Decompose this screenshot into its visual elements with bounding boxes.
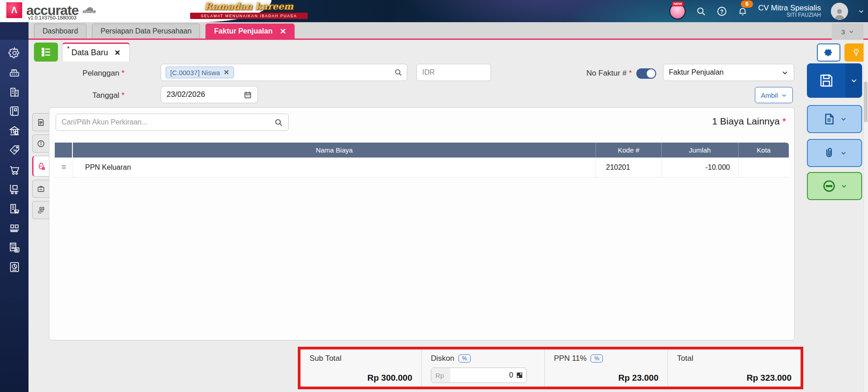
remove-customer-icon[interactable]: ✕ [224, 68, 229, 76]
user-avatar[interactable] [831, 3, 848, 20]
scrollbar-thumb[interactable] [864, 81, 868, 122]
unsaved-marker: * [67, 44, 70, 52]
tab-down-payment[interactable]: -DP- [32, 180, 49, 198]
company-name: CV Mitra Spesialis [758, 4, 821, 13]
col-kode[interactable]: Kode # [596, 143, 661, 158]
ppn-value: Rp 23.000 [554, 373, 658, 383]
help-icon[interactable]: ? [716, 6, 727, 17]
currency-field[interactable]: IDR [416, 64, 491, 81]
ambil-button[interactable]: Ambil [755, 87, 793, 103]
save-options-chevron-icon[interactable] [845, 63, 862, 98]
diskon-currency-prefix: Rp [431, 368, 450, 382]
more-actions-button[interactable] [807, 172, 862, 200]
row-drag-handle-icon[interactable]: ≡ [55, 158, 73, 177]
document-icon [822, 112, 836, 126]
price-tag-rp-icon[interactable]: Rp [4, 143, 25, 158]
diskon-value[interactable]: 0 [450, 371, 516, 379]
ellipsis-circle-icon [822, 179, 836, 193]
account-search-input[interactable]: Cari/Pilih Akun Perkiraan... [56, 114, 289, 131]
tanggal-input[interactable]: 23/02/2026 [161, 86, 258, 103]
calendar-icon[interactable] [243, 91, 252, 99]
diskon-input[interactable]: Rp 0 [431, 368, 527, 383]
reports-icon[interactable] [4, 259, 25, 275]
user-menu-chevron-icon[interactable] [858, 8, 864, 14]
fixed-asset-icon[interactable] [4, 201, 25, 216]
promo-avatar[interactable]: NEW [669, 3, 686, 19]
record-list-button[interactable] [34, 43, 58, 62]
no-faktur-label: No Faktur # * [557, 69, 632, 78]
expense-table: Nama Biaya Kode # Jumlah Kota ≡ PPN Kelu… [55, 143, 789, 177]
tab-invoice-detail[interactable] [32, 113, 49, 131]
document-preview-button[interactable] [807, 105, 862, 133]
notification-count-badge: 6 [741, 0, 753, 8]
purchase-cart-icon[interactable] [4, 162, 25, 177]
save-button[interactable] [807, 63, 862, 98]
tax-icon[interactable]: TAX [4, 240, 25, 255]
cell-kota[interactable] [738, 158, 789, 177]
account-search-icon[interactable] [274, 118, 283, 127]
tab-faktur-penjualan[interactable]: Faktur Penjualan✕ [205, 24, 295, 38]
tab-payment[interactable] [32, 201, 49, 219]
subtotal-value: Rp 300.000 [310, 373, 412, 383]
diskon-section: Diskon % Rp 0 [422, 349, 545, 387]
ppn-percent-toggle[interactable]: % [591, 354, 603, 363]
notifications-bell-icon[interactable]: 6 [737, 6, 748, 17]
tab-other-expense[interactable]: RP [32, 156, 49, 177]
search-icon[interactable] [696, 6, 706, 17]
pelanggan-label: Pelanggan * [54, 69, 124, 78]
table-header-row: Nama Biaya Kode # Jumlah Kota [55, 143, 789, 158]
scrollbar[interactable] [863, 40, 868, 392]
cloud-icon: ☁online [82, 5, 95, 14]
company-buildings-icon[interactable] [4, 84, 25, 100]
pelanggan-input[interactable]: [C.00037] Niswa ✕ [161, 64, 407, 81]
close-document-icon[interactable]: ✕ [114, 48, 120, 57]
tab-persiapan-data-perusahaan[interactable]: Persiapan Data Perusahaan [92, 24, 200, 38]
app-version: v1.0.1#3750-1880003 [28, 15, 76, 20]
table-row[interactable]: ≡ PPN Keluaran 210201 -10.000 [55, 158, 789, 177]
svg-text:RP: RP [39, 165, 42, 167]
total-value: Rp 323.000 [677, 373, 792, 383]
no-faktur-toggle[interactable] [636, 68, 656, 79]
col-drag-handle [55, 143, 73, 158]
totals-strip: Sub Total Rp 300.000 Diskon % Rp 0 PPN 1… [298, 347, 803, 389]
customer-chip[interactable]: [C.00037] Niswa ✕ [166, 67, 234, 78]
document-tab-data-baru[interactable]: * Data Baru ✕ [62, 43, 130, 62]
col-kota[interactable]: Kota [738, 143, 789, 158]
col-jumlah[interactable]: Jumlah [661, 143, 738, 158]
delivery-dolly-icon[interactable] [4, 182, 25, 197]
module-sidebar: Rp TAX [0, 40, 29, 392]
sidebar-top-corner [0, 22, 29, 40]
bank-icon[interactable] [4, 123, 25, 139]
faktur-type-select[interactable]: Faktur Penjualan [663, 64, 794, 81]
select-chevron-icon [782, 69, 788, 76]
cell-nama-biaya[interactable]: PPN Keluaran [73, 158, 596, 177]
ppn-label: PPN 11% [554, 354, 587, 363]
tab-dashboard[interactable]: Dashboard [34, 24, 86, 38]
user-name: SITI FAUZIAH [758, 12, 821, 19]
attachment-button[interactable] [807, 139, 862, 167]
col-nama-biaya[interactable]: Nama Biaya [73, 143, 596, 158]
calculator-icon[interactable] [516, 372, 523, 379]
production-line-icon[interactable] [4, 220, 25, 236]
ledger-book-icon[interactable] [4, 104, 25, 119]
banner-title: Ramadan kareem [190, 1, 308, 12]
detail-tab-rail: RP -DP- [32, 113, 49, 222]
save-icon[interactable] [807, 63, 845, 98]
cell-jumlah[interactable]: -10.000 [661, 158, 738, 177]
account-search-placeholder: Cari/Pilih Akun Perkiraan... [62, 118, 148, 126]
customer-search-icon[interactable] [394, 68, 402, 76]
tab-info[interactable] [32, 134, 49, 153]
cell-kode[interactable]: 210201 [596, 158, 661, 177]
svg-text:TAX: TAX [10, 244, 15, 246]
page-count-selector[interactable]: 3 [832, 24, 863, 40]
tanggal-label: Tanggal * [54, 91, 124, 100]
close-tab-icon[interactable]: ✕ [280, 27, 286, 36]
expense-panel: Cari/Pilih Akun Perkiraan... 1 Biaya Lai… [49, 107, 795, 340]
new-badge: NEW [672, 1, 684, 6]
ambil-chevron-icon [781, 92, 787, 98]
cash-register-icon[interactable] [4, 65, 25, 80]
form-settings-button[interactable] [817, 43, 840, 62]
svg-text:?: ? [720, 8, 723, 14]
diskon-percent-toggle[interactable]: % [458, 354, 471, 363]
settings-icon[interactable] [4, 45, 25, 61]
